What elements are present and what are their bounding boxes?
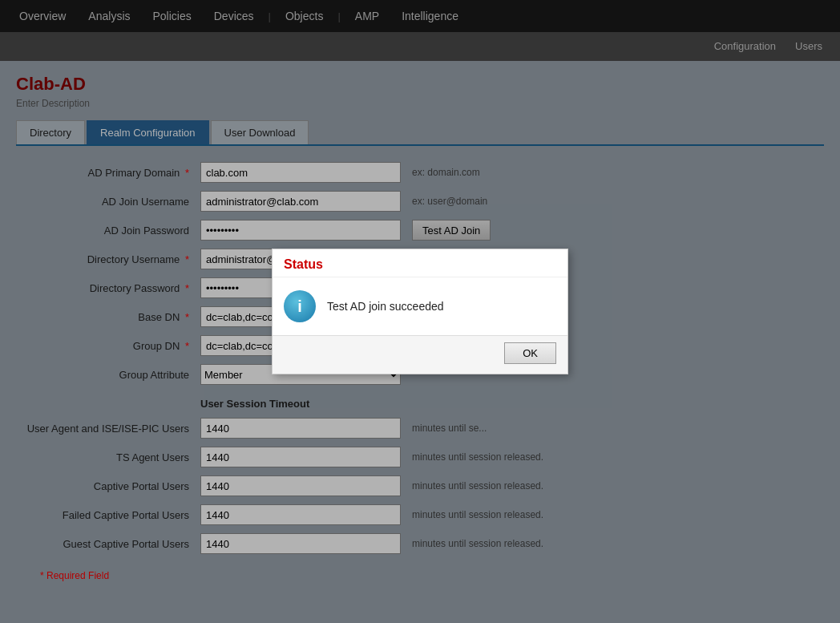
- status-modal: Status i Test AD join succeeded OK: [272, 249, 568, 374]
- modal-header: Status: [273, 249, 567, 277]
- modal-ok-button[interactable]: OK: [504, 342, 556, 364]
- modal-overlay: Status i Test AD join succeeded OK: [0, 0, 840, 623]
- modal-title: Status: [284, 257, 323, 271]
- modal-body: i Test AD join succeeded: [273, 277, 567, 335]
- modal-info-icon: i: [284, 290, 316, 322]
- modal-message: Test AD join succeeded: [327, 300, 444, 313]
- modal-footer: OK: [273, 335, 567, 374]
